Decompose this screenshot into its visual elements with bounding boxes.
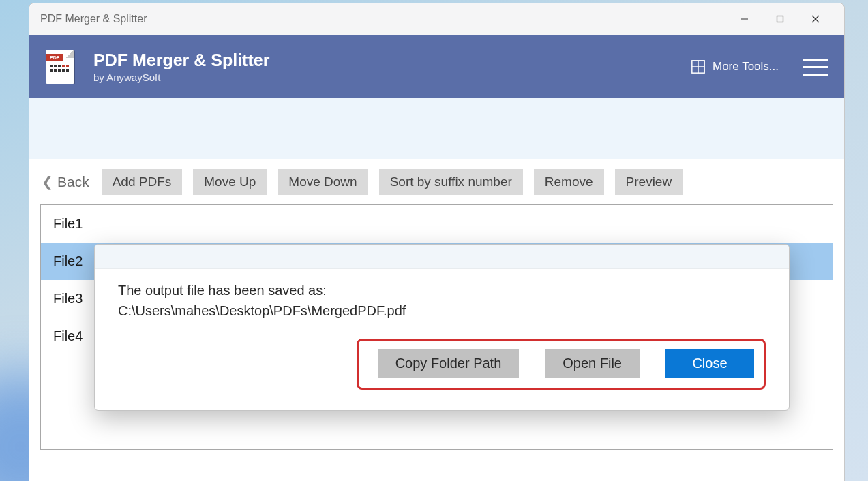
dialog-message-line1: The output file has been saved as: [118, 280, 766, 300]
dialog-header-strip [95, 245, 789, 269]
list-item[interactable]: File1 [41, 205, 833, 243]
back-label: Back [57, 174, 89, 190]
grid-icon [691, 59, 706, 74]
save-confirmation-dialog: The output file has been saved as: C:\Us… [94, 244, 790, 411]
close-dialog-button[interactable]: Close [665, 349, 754, 378]
move-up-button[interactable]: Move Up [193, 169, 267, 195]
back-button[interactable]: ❮ Back [40, 171, 91, 193]
app-title: PDF Merger & Splitter [93, 50, 691, 70]
dialog-message-line2: C:\Users\mahes\Desktop\PDFs\MergedPDF.pd… [118, 300, 766, 321]
chevron-left-icon: ❮ [42, 174, 53, 190]
open-file-button[interactable]: Open File [545, 349, 640, 378]
app-header: PDF PDF Merger & Splitter by AnywaySoft … [29, 35, 844, 98]
remove-button[interactable]: Remove [534, 169, 604, 195]
window-maximize-button[interactable] [762, 3, 798, 35]
sort-by-suffix-button[interactable]: Sort by suffix number [379, 169, 523, 195]
hamburger-menu-icon[interactable] [803, 59, 828, 76]
titlebar: PDF Merger & Splitter [29, 3, 844, 35]
move-down-button[interactable]: Move Down [278, 169, 368, 195]
more-tools-button[interactable]: More Tools... [691, 59, 779, 74]
window-title: PDF Merger & Splitter [40, 13, 727, 25]
app-logo-icon: PDF [46, 50, 74, 84]
more-tools-label: More Tools... [713, 60, 779, 74]
window-close-button[interactable] [798, 3, 833, 35]
copy-folder-path-button[interactable]: Copy Folder Path [378, 349, 520, 378]
app-subtitle: by AnywaySoft [93, 72, 691, 83]
toolbar: ❮ Back Add PDFs Move Up Move Down Sort b… [29, 159, 844, 204]
preview-button[interactable]: Preview [615, 169, 683, 195]
dialog-action-group: Copy Folder Path Open File Close [357, 339, 766, 390]
subheader [29, 98, 844, 159]
svg-rect-1 [777, 16, 783, 22]
add-pdfs-button[interactable]: Add PDFs [102, 169, 183, 195]
window-minimize-button[interactable] [727, 3, 762, 35]
